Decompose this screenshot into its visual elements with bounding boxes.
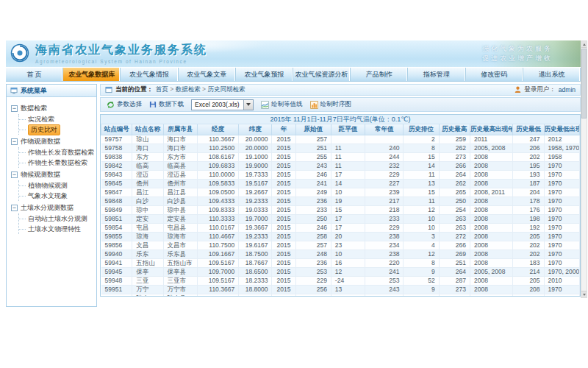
scroll-up-arrow-icon[interactable] <box>581 41 587 48</box>
cell: 1970 <box>544 258 579 267</box>
cell: 1970 <box>544 188 579 197</box>
sidebar-group-header-1[interactable]: −作物观测数据 <box>11 136 95 147</box>
sidebar-item-2-0[interactable]: 植物物候观测 <box>19 180 95 191</box>
param-select-button[interactable]: 参数选择 <box>107 100 142 109</box>
draw-timeseries-button[interactable]: 绘制时序图 <box>310 100 352 109</box>
cell: 1970 <box>544 161 579 170</box>
cell: 110.7500 <box>197 241 238 250</box>
table-row[interactable]: 59948三亚三亚市109.516718.23332015229-2425352… <box>101 276 580 285</box>
table-row[interactable]: 59941五指山五指山市109.516718.76672015236162208… <box>101 258 580 267</box>
cell: 241 <box>295 179 331 188</box>
cell: 1970 <box>544 223 579 232</box>
scrollbar-thumb[interactable] <box>581 49 587 118</box>
collapse-icon[interactable]: − <box>11 171 18 178</box>
breadcrumb-item-0[interactable]: 首页 <box>156 85 168 93</box>
draw-isoline-button[interactable]: 绘制等值线 <box>261 100 303 109</box>
cell: 2015 <box>272 197 295 205</box>
table-row[interactable]: 59757琼山海口市110.366720.0000201525722592011… <box>101 135 580 144</box>
collapse-icon[interactable]: − <box>11 138 18 145</box>
cell: 109.8333 <box>197 205 238 214</box>
table-row[interactable]: 59855琼海琼海市110.466719.2333201525820238327… <box>101 232 580 241</box>
cell: 251 <box>295 144 331 152</box>
cell: 11 <box>404 197 439 205</box>
cell: 2008 <box>470 152 512 161</box>
cell: 264 <box>439 170 470 179</box>
menu-icon <box>10 87 18 94</box>
table-row[interactable]: 59856文昌文昌市110.750019.6167201525723234426… <box>101 241 580 250</box>
sidebar-group-header-2[interactable]: −物候观测数据 <box>11 169 95 180</box>
table-row[interactable]: 59854屯昌屯昌县110.016719.3667201524617229102… <box>101 223 580 232</box>
nav-tab-9[interactable]: 退出系统 <box>523 68 581 81</box>
cell: 250 <box>295 214 331 223</box>
nav-tab-7[interactable]: 指标管理 <box>408 68 465 81</box>
nav-tab-4[interactable]: 农业气象预报 <box>236 68 293 81</box>
cell: 59849 <box>101 205 132 214</box>
table-row[interactable]: 59838东方东方市108.616719.1000201525511244152… <box>101 152 580 161</box>
cell: 206 <box>513 144 544 152</box>
app-window: 海南省农业气象业务服务系统 Agrometeorological System … <box>6 40 581 353</box>
breadcrumb-item-2[interactable]: 历史同期检索 <box>207 85 245 93</box>
breadcrumb-item-1[interactable]: 数据检索 <box>176 85 201 93</box>
table-row[interactable]: 59945保亭保亭县109.700018.6500201525312241926… <box>101 267 580 276</box>
table-row[interactable]: 59847昌江昌江县109.050019.2667201524910239152… <box>101 188 580 197</box>
sidebar-group-header-3[interactable]: −土壤水分观测数据 <box>11 202 95 213</box>
cell: 2008 <box>470 250 512 258</box>
sidebar-item-1-0[interactable]: 作物生长发育数据检索 <box>19 147 95 158</box>
cell: 250 <box>439 197 470 205</box>
data-download-button[interactable]: 数据下载 <box>149 100 184 109</box>
sidebar-group-header-0[interactable]: −数据检索 <box>11 103 95 114</box>
cell: 15 <box>404 188 439 197</box>
table-row[interactable]: 59940乐东乐东县109.166718.7500201524810238122… <box>101 250 580 258</box>
table-row[interactable]: 59849琼中琼中县109.833319.0333201523315218122… <box>101 205 580 214</box>
cell: 2 <box>404 135 439 144</box>
table-row[interactable]: 59951万宁万宁市110.366718.8000201525613243927… <box>101 285 580 294</box>
nav-tab-8[interactable]: 修改密码 <box>466 68 523 81</box>
table-row[interactable]: 59758海口海口市110.250020.0000201525111240826… <box>101 144 580 152</box>
cell: 19.3667 <box>239 223 272 232</box>
collapse-icon[interactable]: − <box>11 105 18 112</box>
nav-tab-6[interactable]: 产品制作 <box>351 68 408 81</box>
dropdown-button[interactable] <box>243 100 253 110</box>
cell: 59851 <box>101 214 132 223</box>
cell: 1970 <box>544 285 579 294</box>
column-header-0: 站点编号 <box>101 124 132 135</box>
cell: 14 <box>331 179 365 188</box>
table-row[interactable]: 59843澄迈澄迈县110.000019.7333201524617229112… <box>101 170 580 179</box>
cell: 176 <box>513 205 544 214</box>
cell: 2008 <box>470 258 512 267</box>
nav-tab-1[interactable]: 农业气象数据库 <box>63 68 121 81</box>
table-row[interactable]: 59842临高临高县109.683319.9000201524311232142… <box>101 161 580 170</box>
cell: 10 <box>331 250 365 258</box>
nav-tab-0[interactable]: 首 页 <box>6 68 63 81</box>
cell: 263 <box>439 214 470 223</box>
cell: 2015 <box>272 258 295 267</box>
sidebar-item-0-1[interactable]: 历史比对 <box>19 124 95 135</box>
sidebar-item-3-0[interactable]: 自动站土壤水分观测 <box>19 213 95 224</box>
table-row[interactable]: 59848白沙白沙县109.433319.2333201523619217112… <box>101 197 580 205</box>
sidebar-item-label: 作物生长量数据检索 <box>28 158 87 168</box>
cell: 244 <box>365 152 404 161</box>
table-row[interactable]: 59851定安定安县110.333319.7000201525017233102… <box>101 214 580 223</box>
cell: 248 <box>295 250 331 258</box>
cell: 9 <box>404 267 439 276</box>
sidebar-item-0-0[interactable]: 实况检索 <box>19 114 95 124</box>
cell: 2015 <box>272 205 295 214</box>
vertical-scrollbar[interactable] <box>581 40 587 298</box>
breadcrumb-separator: > <box>168 85 176 93</box>
nav-tab-3[interactable]: 农业气象文章 <box>179 68 236 81</box>
cell: 11 <box>331 294 365 297</box>
cell: 儋州 <box>132 179 163 188</box>
table-row[interactable]: 59845儋州儋州市109.583319.5167201524114227132… <box>101 179 580 188</box>
sidebar-item-2-1[interactable]: 气象水文现象 <box>19 191 95 201</box>
scroll-down-arrow-icon[interactable] <box>581 291 587 297</box>
export-format-dropdown[interactable]: Excel 2003(.xls) <box>191 99 254 110</box>
cell: 20 <box>331 232 365 241</box>
nav-tab-2[interactable]: 农业气象情报 <box>121 68 178 81</box>
sidebar-item-3-1[interactable]: 土壤水文物理特性 <box>19 224 95 234</box>
collapse-icon[interactable]: − <box>11 205 18 211</box>
table-row[interactable]: 59954陵水陵水县110.033318.5000201525811248112… <box>101 294 580 297</box>
sidebar-item-1-1[interactable]: 作物生长量数据检索 <box>19 158 95 168</box>
cell: 陵水 <box>132 294 163 297</box>
nav-tab-5[interactable]: 农业气候资源分析 <box>293 68 351 81</box>
chevron-down-icon <box>246 103 251 106</box>
